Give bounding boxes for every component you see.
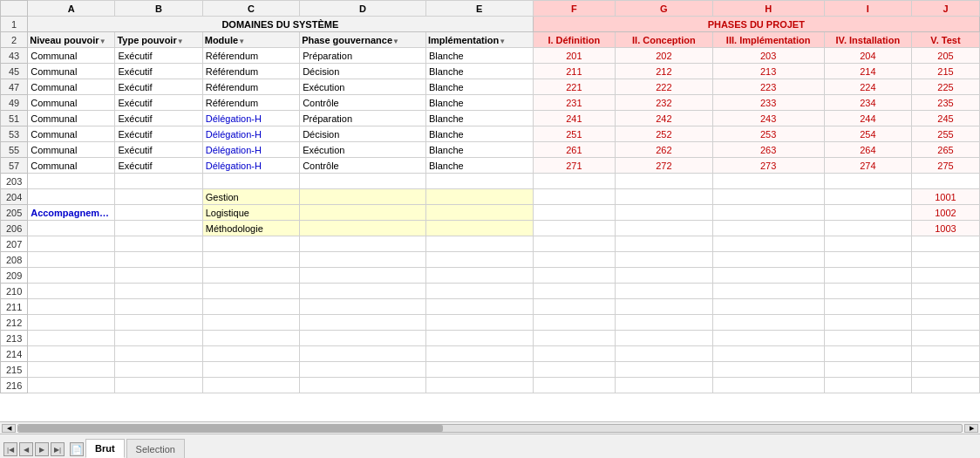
tab-prev-btn[interactable]: ◀ xyxy=(19,442,33,456)
phases-header: PHASES DU PROJET xyxy=(533,17,980,32)
tab-navigation: |◀ ◀ ▶ ▶| 📄 xyxy=(3,442,84,458)
table-row: 53 Communal Exécutif Délégation-H Décisi… xyxy=(1,126,980,142)
phase-gouvernance-header[interactable]: Phase gouvernance▼ xyxy=(300,32,426,48)
table-row: 51 Communal Exécutif Délégation-H Prépar… xyxy=(1,111,980,126)
table-row: 57 Communal Exécutif Délégation-H Contrô… xyxy=(1,158,980,174)
accompagnement-row-206: 206 Méthodologie 1003 xyxy=(1,221,980,236)
empty-row: 210 xyxy=(1,284,980,299)
empty-row: 203 xyxy=(1,174,980,189)
tab-first-btn[interactable]: |◀ xyxy=(3,442,17,456)
implementation-header[interactable]: Implémentation▼ xyxy=(425,32,533,48)
empty-row: 207 xyxy=(1,236,980,252)
corner-cell xyxy=(1,1,28,17)
iv-installation-header: IV. Installation xyxy=(824,32,911,48)
niveau-pouvoir-header[interactable]: Niveau pouvoir▼ xyxy=(28,32,115,48)
col-A-header: A xyxy=(28,1,115,17)
col-E-header: E xyxy=(425,1,533,17)
col-G-header: G xyxy=(616,1,712,17)
empty-row: 216 xyxy=(1,378,980,393)
empty-row: 209 xyxy=(1,268,980,284)
horizontal-scrollbar[interactable]: ◀ ▶ xyxy=(0,421,980,434)
scroll-left-btn[interactable]: ◀ xyxy=(2,424,16,433)
empty-row: 211 xyxy=(1,299,980,315)
module-header[interactable]: Module▼ xyxy=(202,32,299,48)
filter-module-icon[interactable]: ▼ xyxy=(238,38,245,45)
col-I-header: I xyxy=(824,1,911,17)
section-header-row: 1 DOMAINES DU SYSTÈME PHASES DU PROJET xyxy=(1,17,980,32)
scrollbar-thumb[interactable] xyxy=(18,425,443,432)
tab-last-btn[interactable]: ▶| xyxy=(51,442,65,456)
tab-add-btn[interactable]: 📄 xyxy=(70,442,84,456)
col-H-header: H xyxy=(712,1,824,17)
accompagnement-row-205: 205 Accompagnement Logistique 1002 xyxy=(1,205,980,221)
column-header-row: 2 Niveau pouvoir▼ Type pouvoir▼ Module▼ … xyxy=(1,32,980,48)
main-table: A B C D E F G H I J 1 DOMAINES DU SYSTÈM… xyxy=(0,0,980,393)
empty-row: 212 xyxy=(1,315,980,331)
tab-brut[interactable]: Brut xyxy=(85,439,125,458)
col-D-header: D xyxy=(300,1,426,17)
tab-selection[interactable]: Selection xyxy=(126,439,185,458)
table-row: 47 Communal Exécutif Référendum Exécutio… xyxy=(1,79,980,95)
iii-implementation-header: III. Implémentation xyxy=(712,32,824,48)
scrollbar-track[interactable] xyxy=(17,424,963,433)
scroll-right-btn[interactable]: ▶ xyxy=(964,424,978,433)
table-row: 49 Communal Exécutif Référendum Contrôle… xyxy=(1,95,980,111)
empty-row: 208 xyxy=(1,252,980,268)
filter-impl-icon[interactable]: ▼ xyxy=(499,38,506,45)
row-num-1: 1 xyxy=(1,17,28,32)
scroll-area[interactable]: A B C D E F G H I J 1 DOMAINES DU SYSTÈM… xyxy=(0,0,980,421)
tab-next-btn[interactable]: ▶ xyxy=(35,442,49,456)
ii-conception-header: II. Conception xyxy=(616,32,712,48)
col-J-header: J xyxy=(911,1,979,17)
col-B-header: B xyxy=(115,1,202,17)
row-num-2: 2 xyxy=(1,32,28,48)
i-definition-header: I. Définition xyxy=(533,32,616,48)
filter-type-icon[interactable]: ▼ xyxy=(177,38,184,45)
filter-niveau-icon[interactable]: ▼ xyxy=(99,38,106,45)
empty-row: 215 xyxy=(1,362,980,378)
col-letter-row: A B C D E F G H I J xyxy=(1,1,980,17)
filter-phase-icon[interactable]: ▼ xyxy=(392,38,399,45)
domaines-header: DOMAINES DU SYSTÈME xyxy=(28,17,533,32)
v-test-header: V. Test xyxy=(911,32,979,48)
tabs-bar: |◀ ◀ ▶ ▶| 📄 Brut Selection xyxy=(0,434,980,458)
table-row: 55 Communal Exécutif Délégation-H Exécut… xyxy=(1,142,980,158)
col-F-header: F xyxy=(533,1,616,17)
spreadsheet: A B C D E F G H I J 1 DOMAINES DU SYSTÈM… xyxy=(0,0,980,458)
table-row: 43 Communal Exécutif Référendum Préparat… xyxy=(1,48,980,64)
accompagnement-row-204: 204 Gestion 1001 xyxy=(1,189,980,205)
type-pouvoir-header[interactable]: Type pouvoir▼ xyxy=(115,32,202,48)
empty-row: 214 xyxy=(1,346,980,362)
col-C-header: C xyxy=(202,1,299,17)
empty-row: 213 xyxy=(1,331,980,346)
table-row: 45 Communal Exécutif Référendum Décision… xyxy=(1,64,980,79)
